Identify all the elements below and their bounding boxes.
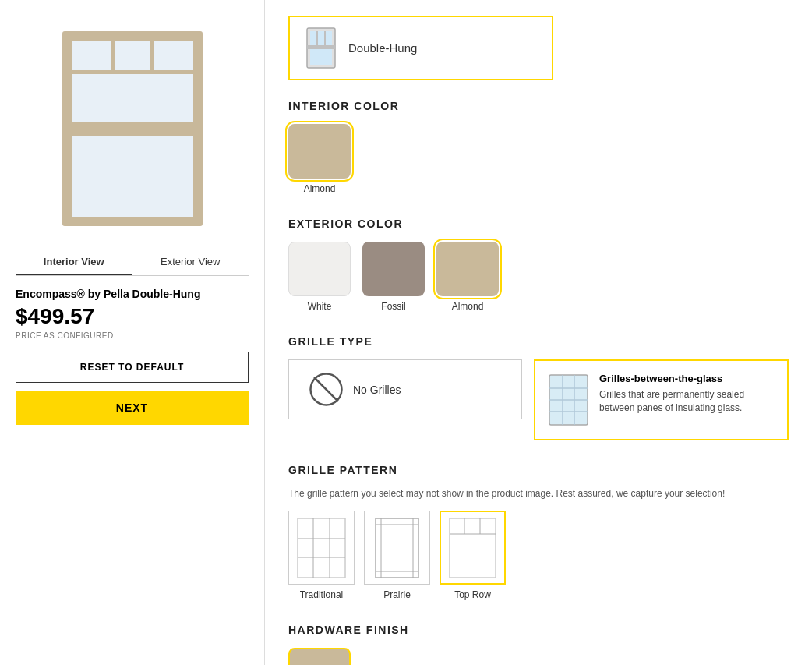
double-hung-icon: [305, 27, 337, 69]
grille-type-header: GRILLE TYPE: [288, 335, 789, 348]
swatch-white-exterior: [288, 242, 351, 296]
interior-color-section: INTERIOR COLOR Almond: [288, 100, 789, 194]
hardware-swatch-almond: [288, 648, 351, 665]
swatch-item-fossil-exterior[interactable]: Fossil: [362, 242, 425, 312]
swatch-almond-interior: [288, 124, 351, 179]
window-type-label: Double-Hung: [348, 41, 417, 55]
hardware-finish-header: HARDWARE FINISH: [288, 624, 789, 636]
grilles-between-glass-text: Grilles-between-the-glass Grilles that a…: [599, 373, 775, 415]
pattern-box-top-row: [440, 511, 506, 585]
grilles-between-glass-desc: Grilles that are permanently sealed betw…: [599, 388, 775, 415]
hardware-swatch-item-almond[interactable]: [288, 648, 351, 665]
swatch-label-almond-interior: Almond: [304, 183, 336, 194]
window-preview: [39, 16, 226, 242]
product-title: Encompass® by Pella Double-Hung: [16, 288, 200, 300]
swatch-label-almond-exterior: Almond: [452, 301, 484, 312]
swatch-item-almond-interior[interactable]: Almond: [288, 124, 351, 194]
svg-rect-11: [307, 45, 335, 49]
tab-exterior-view[interactable]: Exterior View: [132, 249, 249, 275]
product-price: $499.57: [16, 304, 94, 329]
exterior-color-swatches: White Fossil Almond: [288, 242, 789, 312]
svg-rect-9: [310, 31, 332, 45]
grilles-between-glass-option[interactable]: Grilles-between-the-glass Grilles that a…: [534, 359, 789, 440]
left-panel: Interior View Exterior View Encompass® b…: [0, 0, 265, 665]
grille-pattern-row: Traditional Prairie: [288, 511, 789, 600]
tab-interior-view[interactable]: Interior View: [16, 249, 132, 275]
swatch-item-white-exterior[interactable]: White: [288, 242, 351, 312]
svg-rect-10: [310, 48, 332, 65]
swatch-label-fossil-exterior: Fossil: [381, 301, 405, 312]
traditional-pattern-icon: [296, 517, 347, 579]
svg-rect-6: [150, 41, 154, 74]
svg-rect-5: [111, 41, 115, 74]
pattern-label-traditional: Traditional: [300, 589, 344, 600]
top-row-pattern-icon: [447, 517, 498, 579]
window-illustration: [55, 23, 210, 234]
svg-line-15: [314, 377, 338, 401]
next-button[interactable]: NEXT: [16, 391, 249, 425]
svg-rect-4: [72, 70, 193, 74]
price-label: PRICE AS CONFIGURED: [16, 331, 114, 340]
interior-color-swatches: Almond: [288, 124, 789, 194]
pattern-item-prairie[interactable]: Prairie: [364, 511, 430, 600]
reset-to-default-button[interactable]: RESET TO DEFAULT: [16, 352, 249, 383]
swatch-item-almond-exterior[interactable]: Almond: [436, 242, 499, 312]
exterior-color-header: EXTERIOR COLOR: [288, 218, 789, 230]
svg-rect-2: [72, 134, 193, 217]
swatch-almond-exterior: [436, 242, 499, 296]
interior-color-header: INTERIOR COLOR: [288, 100, 789, 112]
grille-pattern-note: The grille pattern you select may not sh…: [288, 488, 789, 499]
grille-pattern-section: GRILLE PATTERN The grille pattern you se…: [288, 464, 789, 600]
exterior-color-section: EXTERIOR COLOR White Fossil Almond: [288, 218, 789, 312]
svg-rect-27: [376, 518, 418, 578]
hardware-finish-swatches: [288, 648, 789, 665]
grilles-between-glass-icon: [547, 373, 590, 427]
no-grilles-option[interactable]: No Grilles: [288, 359, 522, 419]
grille-pattern-header: GRILLE PATTERN: [288, 464, 789, 476]
swatch-label-white-exterior: White: [308, 301, 332, 312]
grille-type-row: No Grilles Grilles-between-the-glass Gri…: [288, 359, 789, 440]
no-grilles-label: No Grilles: [353, 384, 401, 396]
window-type-card[interactable]: Double-Hung: [288, 16, 553, 80]
grille-type-section: GRILLE TYPE No Grilles: [288, 335, 789, 440]
pattern-box-traditional: [288, 511, 355, 585]
swatch-fossil-exterior: [362, 242, 425, 296]
svg-rect-22: [298, 518, 345, 578]
main-panel: Double-Hung INTERIOR COLOR Almond EXTERI…: [265, 0, 812, 665]
svg-rect-13: [324, 31, 326, 45]
pattern-item-traditional[interactable]: Traditional: [288, 511, 355, 600]
svg-rect-1: [72, 41, 193, 125]
grilles-between-glass-title: Grilles-between-the-glass: [599, 373, 775, 384]
hardware-finish-section: HARDWARE FINISH: [288, 624, 789, 665]
prairie-pattern-icon: [372, 517, 422, 579]
no-grilles-icon: [309, 372, 344, 407]
pattern-label-prairie: Prairie: [383, 589, 411, 600]
pattern-box-prairie: [364, 511, 430, 585]
svg-rect-28: [376, 518, 418, 578]
view-tabs: Interior View Exterior View: [16, 249, 249, 276]
svg-rect-7: [62, 122, 203, 136]
svg-rect-33: [450, 518, 496, 578]
pattern-label-top-row: Top Row: [454, 589, 491, 600]
pattern-item-top-row[interactable]: Top Row: [440, 511, 506, 600]
svg-rect-12: [316, 31, 318, 45]
